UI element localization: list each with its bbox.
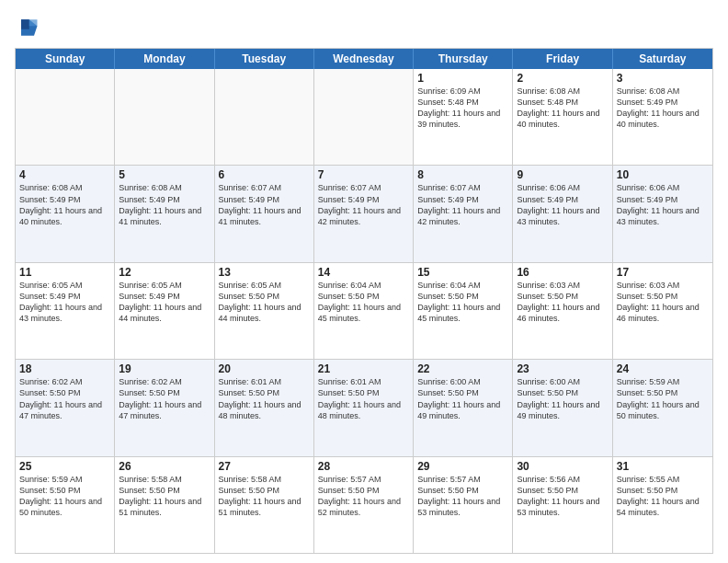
- day-cell-28: 28Sunrise: 5:57 AM Sunset: 5:50 PM Dayli…: [314, 457, 414, 553]
- day-cell-18: 18Sunrise: 6:02 AM Sunset: 5:50 PM Dayli…: [16, 360, 115, 455]
- day-cell-22: 22Sunrise: 6:00 AM Sunset: 5:50 PM Dayli…: [414, 360, 513, 455]
- header-day-monday: Monday: [115, 49, 214, 69]
- day-number: 30: [517, 460, 608, 473]
- day-number: 7: [318, 168, 409, 181]
- day-number: 13: [219, 266, 310, 279]
- day-cell-26: 26Sunrise: 5:58 AM Sunset: 5:50 PM Dayli…: [115, 457, 214, 553]
- day-number: 24: [617, 362, 709, 375]
- day-cell-27: 27Sunrise: 5:58 AM Sunset: 5:50 PM Dayli…: [215, 457, 314, 553]
- day-number: 21: [318, 362, 409, 375]
- day-cell-5: 5Sunrise: 6:08 AM Sunset: 5:49 PM Daylig…: [115, 166, 214, 261]
- day-number: 27: [219, 460, 310, 473]
- calendar-header: SundayMondayTuesdayWednesdayThursdayFrid…: [16, 49, 712, 69]
- day-number: 12: [119, 266, 210, 279]
- day-number: 26: [119, 460, 210, 473]
- day-detail: Sunrise: 6:03 AM Sunset: 5:50 PM Dayligh…: [517, 280, 608, 325]
- svg-marker-1: [21, 19, 29, 29]
- day-number: 14: [318, 266, 409, 279]
- day-detail: Sunrise: 6:09 AM Sunset: 5:48 PM Dayligh…: [417, 86, 508, 131]
- day-detail: Sunrise: 6:05 AM Sunset: 5:49 PM Dayligh…: [119, 280, 210, 325]
- day-cell-19: 19Sunrise: 6:02 AM Sunset: 5:50 PM Dayli…: [115, 360, 214, 455]
- day-number: 10: [617, 168, 709, 181]
- day-cell-6: 6Sunrise: 6:07 AM Sunset: 5:49 PM Daylig…: [215, 166, 314, 261]
- day-detail: Sunrise: 6:02 AM Sunset: 5:50 PM Dayligh…: [19, 376, 110, 421]
- day-cell-4: 4Sunrise: 6:08 AM Sunset: 5:49 PM Daylig…: [16, 166, 115, 261]
- day-cell-20: 20Sunrise: 6:01 AM Sunset: 5:50 PM Dayli…: [215, 360, 314, 455]
- day-detail: Sunrise: 6:06 AM Sunset: 5:49 PM Dayligh…: [517, 182, 608, 227]
- day-detail: Sunrise: 6:04 AM Sunset: 5:50 PM Dayligh…: [417, 280, 508, 325]
- day-number: 28: [318, 460, 409, 473]
- day-detail: Sunrise: 6:01 AM Sunset: 5:50 PM Dayligh…: [219, 376, 310, 421]
- day-number: 11: [19, 266, 110, 279]
- header-day-sunday: Sunday: [16, 49, 115, 69]
- day-number: 19: [119, 362, 210, 375]
- day-cell-15: 15Sunrise: 6:04 AM Sunset: 5:50 PM Dayli…: [414, 263, 513, 359]
- day-cell-12: 12Sunrise: 6:05 AM Sunset: 5:49 PM Dayli…: [115, 263, 214, 359]
- day-detail: Sunrise: 6:07 AM Sunset: 5:49 PM Dayligh…: [219, 182, 310, 227]
- day-cell-11: 11Sunrise: 6:05 AM Sunset: 5:49 PM Dayli…: [16, 263, 115, 359]
- day-detail: Sunrise: 5:58 AM Sunset: 5:50 PM Dayligh…: [219, 474, 310, 519]
- logo-icon: [15, 15, 40, 40]
- header-day-thursday: Thursday: [414, 49, 513, 69]
- header: [15, 15, 713, 40]
- day-number: 8: [417, 168, 508, 181]
- empty-cell: [115, 69, 214, 165]
- day-detail: Sunrise: 6:00 AM Sunset: 5:50 PM Dayligh…: [417, 376, 508, 421]
- day-number: 9: [517, 168, 608, 181]
- empty-cell: [314, 69, 414, 165]
- day-cell-7: 7Sunrise: 6:07 AM Sunset: 5:49 PM Daylig…: [314, 166, 414, 261]
- day-cell-23: 23Sunrise: 6:00 AM Sunset: 5:50 PM Dayli…: [513, 360, 612, 455]
- day-number: 16: [517, 266, 608, 279]
- calendar-week-1: 1Sunrise: 6:09 AM Sunset: 5:48 PM Daylig…: [16, 69, 712, 165]
- day-number: 15: [417, 266, 508, 279]
- day-number: 2: [517, 72, 608, 85]
- day-cell-16: 16Sunrise: 6:03 AM Sunset: 5:50 PM Dayli…: [513, 263, 612, 359]
- day-detail: Sunrise: 6:03 AM Sunset: 5:50 PM Dayligh…: [617, 280, 709, 325]
- day-cell-29: 29Sunrise: 5:57 AM Sunset: 5:50 PM Dayli…: [414, 457, 513, 553]
- empty-cell: [215, 69, 314, 165]
- day-number: 25: [19, 460, 110, 473]
- day-cell-2: 2Sunrise: 6:08 AM Sunset: 5:48 PM Daylig…: [513, 69, 612, 165]
- day-detail: Sunrise: 5:55 AM Sunset: 5:50 PM Dayligh…: [617, 474, 709, 519]
- day-cell-3: 3Sunrise: 6:08 AM Sunset: 5:49 PM Daylig…: [613, 69, 712, 165]
- header-day-tuesday: Tuesday: [215, 49, 314, 69]
- day-cell-1: 1Sunrise: 6:09 AM Sunset: 5:48 PM Daylig…: [414, 69, 513, 165]
- day-number: 3: [617, 72, 709, 85]
- day-cell-8: 8Sunrise: 6:07 AM Sunset: 5:49 PM Daylig…: [414, 166, 513, 261]
- day-detail: Sunrise: 6:05 AM Sunset: 5:50 PM Dayligh…: [219, 280, 310, 325]
- day-number: 1: [417, 72, 508, 85]
- day-detail: Sunrise: 6:02 AM Sunset: 5:50 PM Dayligh…: [119, 376, 210, 421]
- day-number: 5: [119, 168, 210, 181]
- day-cell-31: 31Sunrise: 5:55 AM Sunset: 5:50 PM Dayli…: [613, 457, 712, 553]
- day-detail: Sunrise: 5:56 AM Sunset: 5:50 PM Dayligh…: [517, 474, 608, 519]
- day-number: 17: [617, 266, 709, 279]
- day-number: 6: [219, 168, 310, 181]
- svg-marker-2: [29, 19, 38, 26]
- calendar-body: 1Sunrise: 6:09 AM Sunset: 5:48 PM Daylig…: [16, 69, 712, 553]
- header-day-wednesday: Wednesday: [314, 49, 414, 69]
- day-cell-13: 13Sunrise: 6:05 AM Sunset: 5:50 PM Dayli…: [215, 263, 314, 359]
- day-cell-10: 10Sunrise: 6:06 AM Sunset: 5:49 PM Dayli…: [613, 166, 712, 261]
- day-number: 20: [219, 362, 310, 375]
- day-cell-21: 21Sunrise: 6:01 AM Sunset: 5:50 PM Dayli…: [314, 360, 414, 455]
- calendar: SundayMondayTuesdayWednesdayThursdayFrid…: [15, 48, 713, 554]
- day-cell-17: 17Sunrise: 6:03 AM Sunset: 5:50 PM Dayli…: [613, 263, 712, 359]
- day-detail: Sunrise: 5:57 AM Sunset: 5:50 PM Dayligh…: [318, 474, 409, 519]
- header-day-saturday: Saturday: [613, 49, 712, 69]
- calendar-week-3: 11Sunrise: 6:05 AM Sunset: 5:49 PM Dayli…: [16, 262, 712, 359]
- day-number: 31: [617, 460, 709, 473]
- day-detail: Sunrise: 6:08 AM Sunset: 5:49 PM Dayligh…: [19, 182, 110, 227]
- day-detail: Sunrise: 6:06 AM Sunset: 5:49 PM Dayligh…: [617, 182, 709, 227]
- calendar-week-4: 18Sunrise: 6:02 AM Sunset: 5:50 PM Dayli…: [16, 359, 712, 455]
- day-number: 18: [19, 362, 110, 375]
- day-detail: Sunrise: 6:07 AM Sunset: 5:49 PM Dayligh…: [318, 182, 409, 227]
- day-number: 22: [417, 362, 508, 375]
- day-cell-14: 14Sunrise: 6:04 AM Sunset: 5:50 PM Dayli…: [314, 263, 414, 359]
- day-detail: Sunrise: 6:07 AM Sunset: 5:49 PM Dayligh…: [417, 182, 508, 227]
- empty-cell: [16, 69, 115, 165]
- day-number: 23: [517, 362, 608, 375]
- day-cell-9: 9Sunrise: 6:06 AM Sunset: 5:49 PM Daylig…: [513, 166, 612, 261]
- day-detail: Sunrise: 5:59 AM Sunset: 5:50 PM Dayligh…: [19, 474, 110, 519]
- header-day-friday: Friday: [513, 49, 612, 69]
- day-cell-24: 24Sunrise: 5:59 AM Sunset: 5:50 PM Dayli…: [613, 360, 712, 455]
